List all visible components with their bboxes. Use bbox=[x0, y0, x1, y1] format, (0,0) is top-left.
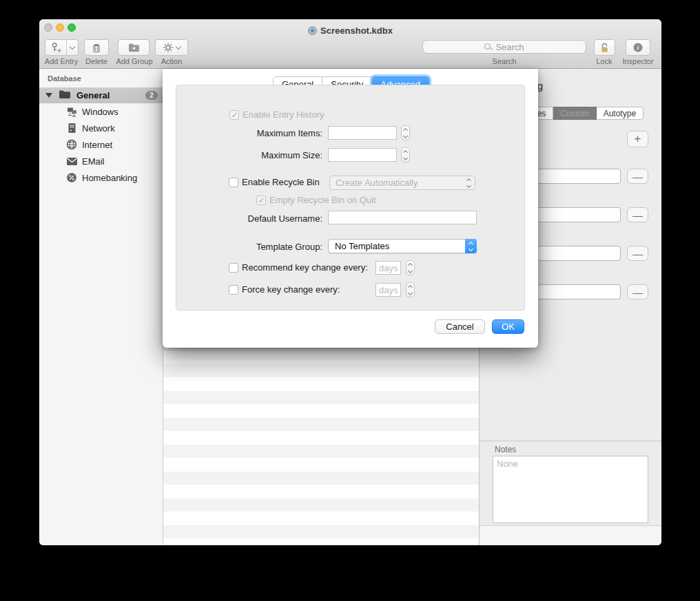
recommend-key-change-checkbox[interactable] bbox=[229, 263, 238, 273]
sidebar-item-windows[interactable]: Windows bbox=[39, 103, 163, 120]
percent-icon bbox=[65, 172, 78, 183]
remove-custom-field-button[interactable]: — bbox=[627, 284, 648, 299]
sidebar-item-label: Homebanking bbox=[82, 173, 137, 183]
inspector-tab-bar: Files Custom Autotype bbox=[521, 107, 644, 120]
maximum-items-input[interactable] bbox=[328, 126, 397, 140]
window-title-area: Screenshot.kdbx bbox=[39, 24, 661, 36]
default-username-input[interactable] bbox=[328, 211, 477, 224]
inspector-button[interactable]: i bbox=[626, 39, 650, 56]
inspector-footer bbox=[480, 525, 661, 545]
window-title: Screenshot.kdbx bbox=[320, 25, 393, 36]
windows-network-icon bbox=[65, 107, 78, 117]
info-icon: i bbox=[632, 42, 644, 53]
enable-entry-history-label: Enable Entry History bbox=[243, 109, 325, 120]
popup-chevrons-icon bbox=[465, 239, 477, 253]
search-input[interactable]: Search bbox=[422, 40, 586, 54]
tab-autotype[interactable]: Autotype bbox=[597, 107, 644, 120]
search-label: Search bbox=[493, 57, 517, 65]
empty-recycle-bin-checkbox bbox=[256, 196, 266, 205]
ok-button[interactable]: OK bbox=[492, 319, 524, 334]
lock-label: Lock bbox=[596, 57, 612, 65]
maximum-size-label: Maximum Size: bbox=[163, 150, 322, 160]
empty-recycle-bin-label: Empty Recycle Bin on Quit bbox=[269, 195, 376, 205]
recommend-days-input[interactable] bbox=[375, 261, 401, 275]
folder-plus-icon bbox=[127, 42, 141, 53]
enable-recycle-bin-checkbox[interactable] bbox=[229, 178, 238, 187]
key-plus-icon bbox=[45, 40, 67, 55]
lock-button[interactable] bbox=[594, 39, 615, 56]
desktop: Screenshot.kdbx Add Entry Delete Add Gro… bbox=[0, 0, 700, 601]
remove-custom-field-button[interactable]: — bbox=[627, 207, 648, 222]
sidebar-group-label: General bbox=[76, 90, 110, 101]
add-entry-button[interactable] bbox=[45, 39, 79, 56]
database-settings-dialog: General Security Advanced Enable Entry H… bbox=[163, 69, 538, 348]
notes-textarea[interactable] bbox=[493, 456, 648, 523]
remove-custom-field-button[interactable]: — bbox=[627, 246, 648, 261]
sidebar-item-label: EMail bbox=[82, 156, 105, 167]
gear-icon bbox=[163, 42, 174, 53]
entry-count-badge: 2 bbox=[145, 91, 158, 100]
sidebar-section-header: Database bbox=[48, 74, 81, 83]
add-custom-field-button[interactable]: + bbox=[627, 131, 648, 147]
padlock-icon bbox=[599, 42, 610, 54]
popup-chevrons-icon bbox=[467, 179, 471, 187]
force-days-stepper[interactable] bbox=[406, 282, 415, 297]
add-entry-label: Add Entry bbox=[45, 57, 78, 65]
trash-icon bbox=[91, 42, 102, 54]
search-icon bbox=[484, 43, 492, 51]
recommend-key-change-label: Recommend key change every: bbox=[242, 262, 368, 273]
chevron-down-icon bbox=[176, 43, 181, 49]
template-group-label: Template Group: bbox=[163, 242, 322, 252]
document-icon bbox=[308, 26, 317, 35]
default-username-label: Default Username: bbox=[163, 213, 322, 224]
divider bbox=[480, 441, 661, 441]
delete-button[interactable] bbox=[84, 39, 109, 56]
template-group-popup[interactable]: No Templates bbox=[328, 239, 477, 253]
cancel-button[interactable]: Cancel bbox=[435, 319, 485, 334]
force-key-change-checkbox[interactable] bbox=[229, 285, 238, 295]
add-group-button[interactable] bbox=[118, 39, 150, 56]
sidebar: Database General 2 Windows bbox=[39, 69, 163, 545]
disclosure-triangle-icon[interactable] bbox=[45, 93, 52, 98]
chevron-down-icon bbox=[70, 43, 75, 49]
add-entry-dropdown[interactable] bbox=[67, 40, 78, 55]
sidebar-item-general[interactable]: General 2 bbox=[39, 87, 163, 103]
action-button[interactable] bbox=[155, 39, 188, 56]
globe-icon bbox=[65, 139, 78, 150]
app-window: Screenshot.kdbx Add Entry Delete Add Gro… bbox=[39, 19, 661, 545]
titlebar-toolbar: Screenshot.kdbx Add Entry Delete Add Gro… bbox=[39, 19, 661, 69]
inspector-label: Inspector bbox=[622, 57, 653, 65]
add-group-label: Add Group bbox=[116, 57, 152, 65]
maximum-items-label: Maximum Items: bbox=[163, 128, 322, 138]
enable-recycle-bin-label: Enable Recycle Bin bbox=[242, 177, 320, 187]
remove-custom-field-button[interactable]: — bbox=[627, 169, 648, 184]
sidebar-item-network[interactable]: Network bbox=[39, 120, 163, 136]
force-key-change-label: Force key change every: bbox=[242, 284, 340, 295]
recommend-days-stepper[interactable] bbox=[406, 260, 415, 275]
maximum-size-input[interactable] bbox=[328, 148, 397, 162]
folder-icon bbox=[59, 89, 71, 102]
sidebar-item-internet[interactable]: Internet bbox=[39, 136, 163, 153]
sidebar-item-label: Network bbox=[82, 123, 115, 134]
sidebar-item-homebanking[interactable]: Homebanking bbox=[39, 169, 163, 186]
action-label: Action bbox=[161, 57, 183, 65]
tab-custom[interactable]: Custom bbox=[553, 107, 596, 120]
maximum-size-stepper[interactable] bbox=[401, 147, 410, 162]
sidebar-item-label: Windows bbox=[82, 107, 119, 117]
template-group-value: No Templates bbox=[335, 241, 465, 251]
notes-label: Notes bbox=[495, 445, 516, 454]
force-days-input[interactable] bbox=[375, 283, 401, 297]
sidebar-item-label: Internet bbox=[82, 140, 112, 150]
recycle-bin-mode-popup: Create Automatically bbox=[329, 176, 475, 190]
search-placeholder: Search bbox=[495, 42, 524, 52]
server-icon bbox=[65, 123, 78, 134]
delete-label: Delete bbox=[85, 57, 107, 65]
sidebar-item-email[interactable]: EMail bbox=[39, 153, 163, 169]
recycle-bin-mode-value: Create Automatically bbox=[336, 178, 467, 188]
enable-entry-history-checkbox bbox=[229, 110, 239, 120]
envelope-icon bbox=[65, 157, 78, 166]
maximum-items-stepper[interactable] bbox=[401, 125, 410, 140]
